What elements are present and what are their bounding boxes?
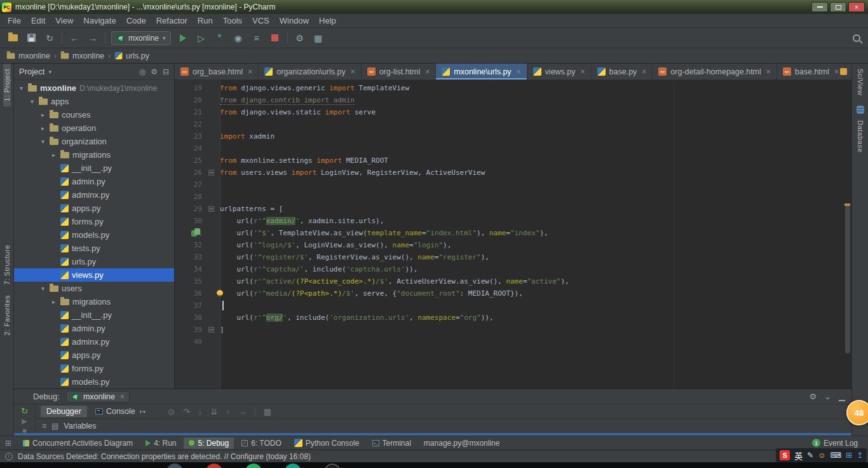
run-configuration-selector[interactable]: dj mxonline ▾ xyxy=(111,31,171,45)
tree-item-init-py[interactable]: __init__.py xyxy=(14,162,174,175)
fold-collapse-icon[interactable]: − xyxy=(208,206,214,212)
tab-close-icon[interactable]: × xyxy=(766,67,771,76)
settings-icon[interactable]: ⚙ xyxy=(294,32,306,45)
menu-item-refactor[interactable]: Refactor xyxy=(151,15,193,27)
tree-item-organization[interactable]: ▾organization xyxy=(14,135,174,148)
fold-marker[interactable]: − xyxy=(207,167,216,179)
synchronize-icon[interactable]: ↻ xyxy=(43,32,56,45)
concurrency-diagram-icon[interactable]: * xyxy=(214,32,226,45)
collapse-panel-icon[interactable]: ⌄ xyxy=(824,392,831,401)
line-number[interactable]: 33 xyxy=(175,251,207,263)
tree-expand-arrow[interactable]: ▸ xyxy=(39,125,46,132)
code-text[interactable]: url('^register/$', RegisterView.as_view(… xyxy=(216,251,843,263)
code-text[interactable]: url('^$', TemplateView.as_view(template_… xyxy=(216,227,843,239)
tree-item-courses[interactable]: ▸courses xyxy=(14,108,174,121)
fold-collapse-icon[interactable]: − xyxy=(208,170,214,176)
menu-item-tools[interactable]: Tools xyxy=(218,15,247,27)
tool-window-button-5-debug[interactable]: 5: Debug xyxy=(184,437,234,449)
code-text[interactable]: urlpatterns = [ xyxy=(216,203,843,215)
toolbox-icon[interactable]: ⊞ xyxy=(846,451,852,460)
tool-window-button-7-structure[interactable]: 7: Structure xyxy=(3,240,11,290)
collapse-all-icon[interactable]: ⊟ xyxy=(163,67,169,76)
run-list-icon[interactable]: ≡ xyxy=(250,32,263,45)
code-text[interactable] xyxy=(216,142,843,155)
line-number[interactable]: 21 xyxy=(175,106,207,118)
tab-close-icon[interactable]: × xyxy=(517,67,521,76)
minimize-button[interactable] xyxy=(811,2,828,12)
breadcrumb-item-mxonline[interactable]: mxonline xyxy=(6,52,50,60)
tab-close-icon[interactable]: × xyxy=(642,67,646,76)
code-text[interactable]: from django.views.static import serve xyxy=(216,106,843,118)
code-text[interactable]: from django.contrib import admin xyxy=(216,94,843,106)
stop-button[interactable] xyxy=(269,32,281,45)
tree-item-apps-py[interactable]: apps.py xyxy=(14,348,174,362)
code-area[interactable]: 19from django.views.generic import Templ… xyxy=(175,82,843,348)
editor-tab-org-base-html[interactable]: org_base.html× xyxy=(175,64,259,79)
emoji-icon[interactable]: ☺ xyxy=(818,451,825,460)
breadcrumb-item-urls-py[interactable]: urls.py xyxy=(114,52,149,60)
tree-collapse-arrow[interactable]: ▾ xyxy=(29,98,36,105)
line-number[interactable]: 22 xyxy=(175,118,207,130)
line-number[interactable]: 25 xyxy=(175,155,207,167)
tree-item-adminx-py[interactable]: adminx.py xyxy=(14,335,174,348)
code-text[interactable]: url(r'^media/(?P<path>.*)/$', serve, {"d… xyxy=(216,287,843,299)
tree-item-init-py[interactable]: __init__.py xyxy=(14,308,174,322)
menu-item-file[interactable]: File xyxy=(3,15,26,27)
tool-window-button-python-console[interactable]: Python Console xyxy=(289,437,365,449)
line-number[interactable]: 27 xyxy=(175,179,207,191)
code-text[interactable]: import xadmin xyxy=(216,130,843,142)
tab-close-icon[interactable]: × xyxy=(581,67,585,76)
editor-tab-org-list-html[interactable]: org-list.html× xyxy=(362,64,437,79)
tool-window-button-1-project[interactable]: 1: Project xyxy=(3,64,11,106)
app-servers-icon[interactable]: ▦ xyxy=(312,32,325,45)
code-text[interactable]: url(r'^org/', include('organization.urls… xyxy=(216,312,843,324)
code-text[interactable]: url('^login/$', LoginView.as_view(), nam… xyxy=(216,239,843,251)
ime-language-indicator[interactable]: 英 xyxy=(794,450,803,462)
step-into-icon[interactable]: ↓ xyxy=(198,407,203,416)
line-number[interactable]: 30 xyxy=(175,215,207,227)
line-number[interactable]: 23 xyxy=(175,130,207,142)
code-text[interactable]: url(r'^xadmin/', xadmin.site.urls), xyxy=(216,215,843,227)
fold-collapse-icon[interactable]: − xyxy=(208,327,214,333)
line-number[interactable]: 24 xyxy=(175,142,207,155)
tool-window-button-2-favorites[interactable]: 2: Favorites xyxy=(3,290,11,340)
tab-close-icon[interactable]: × xyxy=(351,67,355,76)
editor-tab-base-html[interactable]: base.html× xyxy=(777,64,845,79)
menu-item-help[interactable]: Help xyxy=(314,15,341,27)
tree-item-apps-py[interactable]: apps.py xyxy=(14,202,174,215)
tool-window-button-concurrent-activities-diagram[interactable]: Concurrent Activities Diagram xyxy=(18,437,138,449)
tool-window-button-manage-py-mxonline[interactable]: manage.py@mxonline xyxy=(419,437,505,449)
run-to-cursor-icon[interactable]: → xyxy=(238,407,247,416)
code-text[interactable]: url(r'^captcha/', include('captcha.urls'… xyxy=(216,263,843,275)
tab-close-icon[interactable]: × xyxy=(834,67,839,76)
code-text[interactable] xyxy=(216,336,843,348)
gear-icon[interactable]: ⚙ xyxy=(151,67,158,76)
threads-icon[interactable]: ≡ xyxy=(42,422,46,430)
maximize-button[interactable] xyxy=(830,2,846,12)
tree-item-admin-py[interactable]: admin.py xyxy=(14,175,174,188)
menu-item-code[interactable]: Code xyxy=(121,15,151,27)
taskbar-app-icon[interactable] xyxy=(166,464,183,468)
debug-settings-gear-icon[interactable]: ⚙ xyxy=(809,392,817,401)
evaluate-expression-icon[interactable]: ▦ xyxy=(264,407,271,416)
show-execution-point-icon[interactable]: ⊙ xyxy=(168,407,175,416)
tool-window-button-4-run[interactable]: 4: Run xyxy=(140,437,181,449)
menu-item-edit[interactable]: Edit xyxy=(26,15,50,27)
tree-item-operation[interactable]: ▸operation xyxy=(14,121,174,135)
back-icon[interactable]: ← xyxy=(68,32,81,45)
tree-expand-arrow[interactable]: ▸ xyxy=(50,298,57,305)
code-text[interactable]: from django.views.generic import Templat… xyxy=(216,82,843,94)
line-number[interactable]: 28 xyxy=(175,191,207,203)
editor-tab-org-detail-homepage-html[interactable]: org-detail-homepage.html× xyxy=(653,64,776,79)
code-text[interactable]: from mxonline.settings import MEDIA_ROOT xyxy=(216,155,843,167)
close-button[interactable]: × xyxy=(848,2,865,12)
taskbar-app-icon[interactable] xyxy=(245,464,262,468)
tree-item-urls-py[interactable]: urls.py xyxy=(14,255,174,268)
close-icon[interactable]: × xyxy=(120,392,125,401)
tree-item-apps[interactable]: ▾apps xyxy=(14,95,174,108)
taskbar-app-icon[interactable] xyxy=(324,464,341,468)
tool-window-button-6-todo[interactable]: ✓6: TODO xyxy=(236,437,287,449)
code-text[interactable] xyxy=(216,179,843,191)
tree-item-migrations[interactable]: ▸migrations xyxy=(14,148,174,162)
step-over-icon[interactable]: ↷ xyxy=(183,407,190,416)
